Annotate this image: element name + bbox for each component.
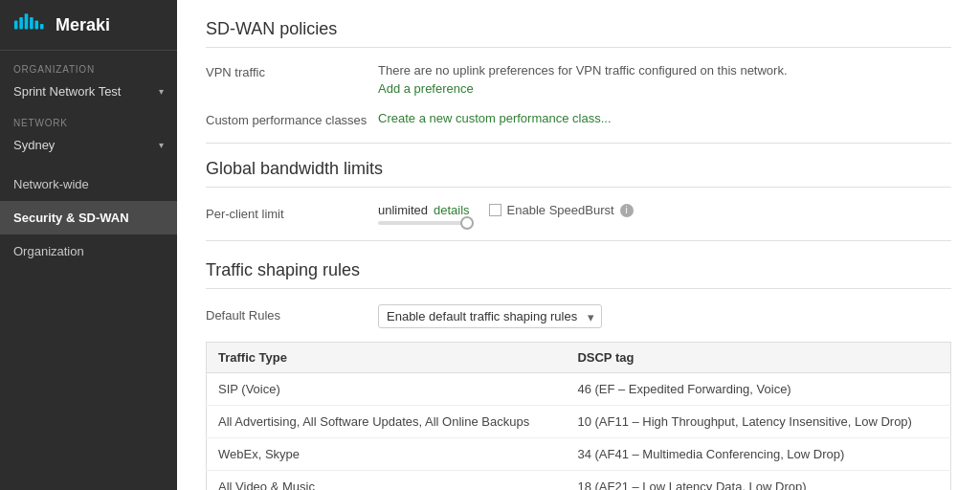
speedburst-label: Enable SpeedBurst	[507, 203, 614, 217]
traffic-title: Traffic shaping rules	[206, 260, 951, 289]
cell-traffic-type: WebEx, Skype	[207, 438, 567, 471]
org-section-label: ORGANIZATION	[0, 51, 177, 78]
speedburst-row: Enable SpeedBurst i	[489, 203, 634, 217]
custom-perf-row: Custom performance classes Create a new …	[206, 111, 951, 127]
sidebar-logo: Meraki	[0, 0, 177, 51]
cell-dscp-tag: 46 (EF – Expedited Forwarding, Voice)	[566, 373, 950, 406]
vpn-traffic-content: There are no uplink preferences for VPN …	[378, 63, 951, 96]
svg-rect-0	[14, 21, 18, 30]
cell-dscp-tag: 18 (AF21 – Low Latency Data, Low Drop)	[566, 471, 950, 491]
cell-dscp-tag: 34 (AF41 – Multimedia Conferencing, Low …	[566, 438, 950, 471]
logo-text: Meraki	[56, 15, 110, 35]
traffic-shaping-section: Traffic shaping rules Default Rules Enab…	[206, 260, 951, 490]
default-rules-select[interactable]: Enable default traffic shaping rules	[378, 304, 602, 328]
create-custom-perf-link[interactable]: Create a new custom performance class...	[378, 111, 612, 125]
cell-traffic-type: SIP (Voice)	[207, 373, 567, 406]
section-divider-2	[206, 240, 951, 241]
custom-perf-content: Create a new custom performance class...	[378, 111, 951, 125]
sidebar-item-network-wide[interactable]: Network-wide	[0, 167, 177, 201]
sidebar-item-security-sdwan[interactable]: Security & SD-WAN	[0, 201, 177, 234]
sidebar-item-organization[interactable]: Organization	[0, 234, 177, 268]
sidebar-item-security-sdwan-label: Security & SD-WAN	[13, 211, 129, 225]
per-client-top: unlimited details Enable SpeedBurst i	[378, 203, 634, 217]
vpn-traffic-text: There are no uplink preferences for VPN …	[378, 63, 951, 78]
vpn-traffic-row: VPN traffic There are no uplink preferen…	[206, 63, 951, 96]
table-row: SIP (Voice)46 (EF – Expedited Forwarding…	[207, 373, 951, 406]
sidebar-item-organization-label: Organization	[13, 244, 84, 258]
vpn-traffic-label: VPN traffic	[206, 63, 378, 79]
custom-perf-label: Custom performance classes	[206, 111, 378, 127]
network-section-label: NETWORK	[0, 104, 177, 132]
sidebar: Meraki ORGANIZATION Sprint Network Test …	[0, 0, 177, 490]
speedburst-checkbox[interactable]	[489, 204, 501, 216]
table-row: All Video & Music18 (AF21 – Low Latency …	[207, 471, 951, 491]
col-traffic-type: Traffic Type	[207, 343, 567, 373]
sdwan-title: SD-WAN policies	[206, 19, 951, 48]
table-row: WebEx, Skype34 (AF41 – Multimedia Confer…	[207, 438, 951, 471]
cell-traffic-type: All Advertising, All Software Updates, A…	[207, 406, 567, 438]
speedburst-info-icon[interactable]: i	[620, 204, 634, 217]
main-content: SD-WAN policies VPN traffic There are no…	[177, 0, 980, 490]
table-row: All Advertising, All Software Updates, A…	[207, 406, 951, 438]
col-dscp-tag: DSCP tag	[566, 343, 950, 373]
default-rules-row: Default Rules Enable default traffic sha…	[206, 304, 951, 328]
svg-rect-3	[30, 17, 33, 30]
svg-rect-4	[35, 21, 39, 30]
bandwidth-title: Global bandwidth limits	[206, 159, 951, 188]
slider-thumb[interactable]	[460, 216, 474, 230]
per-client-controls: unlimited details Enable SpeedBurst i	[378, 203, 634, 225]
org-chevron-icon: ▾	[159, 86, 164, 97]
section-divider-1	[206, 143, 951, 144]
org-selector[interactable]: Sprint Network Test ▾	[0, 78, 177, 104]
per-client-label: Per-client limit	[206, 207, 378, 221]
per-client-row: Per-client limit unlimited details Enabl…	[206, 203, 951, 225]
add-preference-link[interactable]: Add a preference	[378, 81, 474, 96]
slider-track	[378, 221, 474, 225]
network-name: Sydney	[13, 138, 55, 152]
default-rules-label: Default Rules	[206, 304, 378, 323]
traffic-table: Traffic Type DSCP tag SIP (Voice)46 (EF …	[206, 342, 951, 490]
table-header-row: Traffic Type DSCP tag	[207, 343, 951, 373]
cisco-logo-icon	[13, 11, 48, 38]
per-client-value: unlimited	[378, 203, 428, 217]
network-chevron-icon: ▾	[159, 140, 164, 150]
svg-rect-2	[25, 13, 29, 29]
org-name: Sprint Network Test	[13, 84, 121, 99]
bandwidth-details-link[interactable]: details	[434, 203, 470, 217]
network-selector[interactable]: Sydney ▾	[0, 132, 177, 158]
cell-traffic-type: All Video & Music	[207, 471, 567, 491]
cell-dscp-tag: 10 (AF11 – High Throughput, Latency Inse…	[566, 406, 950, 438]
svg-rect-5	[40, 24, 44, 29]
bandwidth-slider[interactable]	[378, 219, 474, 225]
default-rules-select-wrapper[interactable]: Enable default traffic shaping rules	[378, 304, 602, 328]
sidebar-item-network-wide-label: Network-wide	[13, 177, 89, 191]
svg-rect-1	[19, 17, 23, 30]
